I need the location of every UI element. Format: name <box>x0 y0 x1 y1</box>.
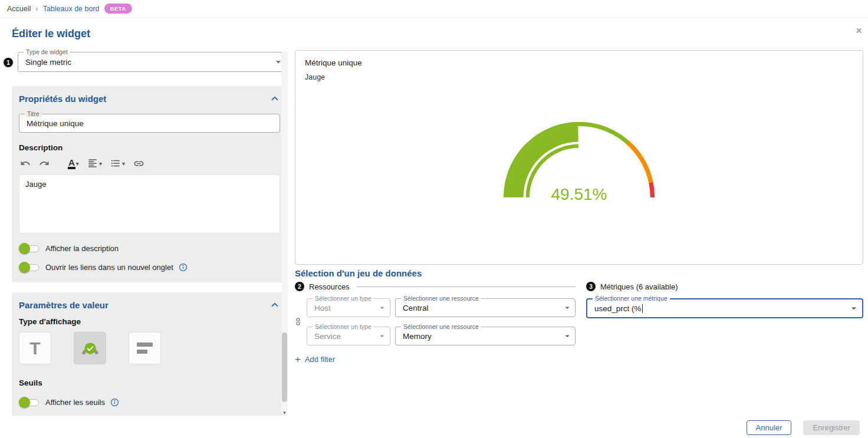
show-thresholds-label: Afficher les seuils <box>45 398 105 407</box>
step-3-badge: 3 <box>586 282 596 291</box>
text-cursor <box>642 304 643 313</box>
value-parameters-panel: Paramètres de valeur Type d'affichage T <box>12 292 287 416</box>
text-display-icon: T <box>29 338 40 358</box>
widget-preview-panel: Métrique unique Jauge 49.51% <box>295 50 863 265</box>
open-links-row: Ouvrir les liens dans un nouvel onglet <box>19 262 280 273</box>
value-parameters-header: Paramètres de valeur <box>19 299 280 310</box>
left-column-scrollbar[interactable]: ▾ <box>281 51 288 414</box>
redo-icon[interactable] <box>38 157 51 170</box>
footer-actions: Annuler Enregistrer <box>747 420 860 435</box>
widget-properties-header: Propriétés du widget <box>19 93 280 104</box>
resource-type-label: Sélectionner un type <box>313 323 374 330</box>
title-input-value: Métrique unique <box>27 119 84 128</box>
scrollbar-thumb[interactable] <box>282 332 287 402</box>
toggle-thumb <box>19 262 30 273</box>
open-links-toggle[interactable] <box>19 262 40 273</box>
show-thresholds-toggle[interactable] <box>19 397 40 408</box>
toggle-thumb <box>19 397 30 408</box>
resource-select-2[interactable]: Sélectionner une ressource Memory <box>395 327 576 345</box>
resource-select-value: Memory <box>403 332 432 341</box>
metric-select[interactable]: Sélectionner une métrique used_prct (% <box>586 298 863 318</box>
chevron-down-icon <box>562 302 573 313</box>
chevron-down-icon <box>377 331 387 341</box>
show-description-label: Afficher la description <box>45 244 119 253</box>
selected-check-icon <box>84 342 96 354</box>
close-icon[interactable]: × <box>856 25 862 36</box>
font-color-button[interactable]: A ▾ <box>67 157 80 170</box>
link-button[interactable] <box>132 157 146 170</box>
resource-type-select-1[interactable]: Sélectionner un type Host <box>307 298 390 317</box>
widget-type-select[interactable]: Type de widget Single metric <box>18 52 287 72</box>
description-textarea[interactable]: Jauge <box>19 174 280 233</box>
title-input-label: Titre <box>25 110 42 117</box>
preview-title: Métrique unique <box>305 58 853 67</box>
step-1-badge: 1 <box>4 58 13 67</box>
resources-divider <box>357 286 576 287</box>
beta-badge: BETA <box>104 4 132 14</box>
add-filter-button[interactable]: + Add filter <box>295 354 335 364</box>
show-description-toggle[interactable] <box>19 243 40 254</box>
resource-row: Sélectionner un type Host Sélectionner u… <box>307 298 576 317</box>
dataset-area: 2 Ressources Sélectionner un type Host S… <box>295 282 863 364</box>
cancel-button[interactable]: Annuler <box>747 420 792 435</box>
resource-select-label: Sélectionner une ressource <box>401 323 481 330</box>
preview-description: Jauge <box>305 73 853 81</box>
chevron-down-icon: ▾ <box>122 160 125 167</box>
metrics-header: 3 Métriques (6 available) <box>586 282 863 291</box>
resource-type-value: Service <box>314 332 341 341</box>
resource-rows: Sélectionner un type Host Sélectionner u… <box>295 298 576 345</box>
chevron-down-icon <box>848 302 860 314</box>
chevron-down-icon: ▾ <box>76 160 79 167</box>
metric-select-label: Sélectionner une métrique <box>593 295 670 302</box>
resources-label: Ressources <box>309 282 350 291</box>
step-2-badge: 2 <box>295 282 304 291</box>
collapse-chevron-up-icon[interactable] <box>269 299 280 310</box>
resource-select-value: Central <box>403 304 429 312</box>
font-color-icon: A <box>68 158 75 169</box>
collapse-chevron-up-icon[interactable] <box>269 93 280 104</box>
title-input[interactable]: Titre Métrique unique <box>19 114 280 133</box>
info-icon[interactable] <box>179 263 188 272</box>
widget-type-select-label: Type de widget <box>24 48 70 55</box>
thresholds-label: Seuils <box>19 378 280 387</box>
resource-type-select-2[interactable]: Sélectionner un type Service <box>307 327 390 345</box>
show-thresholds-row: Afficher les seuils <box>19 397 280 408</box>
display-type-bars-button[interactable] <box>129 332 161 364</box>
breadcrumb-dashboards-link[interactable]: Tableaux de bord <box>43 5 100 13</box>
list-button[interactable]: ▾ <box>109 157 126 170</box>
resource-select-1[interactable]: Sélectionner une ressource Central <box>395 298 576 317</box>
link-resources-icon[interactable] <box>294 317 303 326</box>
metrics-label: Métriques (6 available) <box>600 282 678 291</box>
undo-icon[interactable] <box>19 157 32 170</box>
chevron-down-icon: ▾ <box>99 160 102 167</box>
align-button[interactable]: ▾ <box>86 157 103 170</box>
display-type-buttons: T <box>19 332 280 364</box>
show-description-row: Afficher la description <box>19 243 280 254</box>
dataset-heading: Sélection d'un jeu de données <box>295 268 422 278</box>
display-type-text-button[interactable]: T <box>19 332 51 364</box>
resources-header: 2 Ressources <box>295 282 576 291</box>
save-button[interactable]: Enregistrer <box>803 420 860 435</box>
open-links-label: Ouvrir les liens dans un nouvel onglet <box>45 263 173 272</box>
resource-row: Sélectionner un type Service Sélectionne… <box>307 327 576 345</box>
description-label: Description <box>19 143 280 152</box>
chevron-down-icon <box>377 302 387 313</box>
plus-icon: + <box>295 354 301 364</box>
gauge-value: 49.51% <box>481 185 677 204</box>
align-left-icon <box>87 158 98 169</box>
info-icon[interactable] <box>110 398 119 407</box>
metric-select-value: used_prct (% <box>594 304 643 313</box>
resource-type-value: Host <box>314 304 331 312</box>
add-filter-label: Add filter <box>305 355 335 364</box>
breadcrumb: Accueil › Tableaux de bord BETA <box>0 0 868 18</box>
scrollbar-down-arrow-icon[interactable]: ▾ <box>281 410 288 416</box>
bulleted-list-icon <box>110 158 121 169</box>
gauge-chart: 49.51% <box>481 99 677 206</box>
display-type-gauge-button[interactable] <box>74 332 106 364</box>
breadcrumb-home-link[interactable]: Accueil <box>7 5 31 13</box>
link-icon <box>133 158 144 169</box>
breadcrumb-separator-icon: › <box>35 4 38 13</box>
rich-text-toolbar: A ▾ ▾ ▾ <box>19 155 280 172</box>
metrics-column: 3 Métriques (6 available) Sélectionner u… <box>586 282 863 318</box>
widget-properties-panel: Propriétés du widget Titre Métrique uniq… <box>12 86 287 282</box>
